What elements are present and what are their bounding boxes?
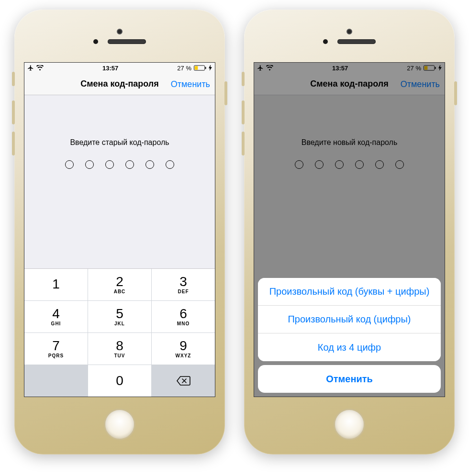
wifi-icon [36,65,44,71]
mute-switch [12,72,15,86]
airplane-mode-icon [257,65,264,71]
keypad-key-1[interactable]: 1 [24,269,88,300]
status-bar: 13:57 27 % [24,63,215,73]
keypad-key-0[interactable]: 0 [88,365,151,397]
nav-cancel-button[interactable]: Отменить [171,79,210,89]
battery-icon [424,65,436,71]
option-alphanumeric-code[interactable]: Произвольный код (буквы + цифры) [258,278,441,306]
option-4-digit-code[interactable]: Код из 4 цифр [258,333,441,361]
proximity-sensor [323,39,328,44]
top-sensors [14,29,225,44]
passcode-dot [335,160,344,169]
passcode-dot [105,160,114,169]
action-sheet-options: Произвольный код (буквы + цифры) Произво… [258,278,441,361]
numeric-keypad: 1 2ABC 3DEF 4GHI 5JKL 6MNO 7PQRS 8TUV 9W… [24,268,215,397]
front-camera [117,29,123,34]
passcode-dot [315,160,324,169]
nav-bar: Смена код-пароля Отменить [254,73,445,95]
svg-rect-4 [424,66,428,69]
nav-title: Смена код-пароля [80,79,159,89]
keypad-key-4[interactable]: 4GHI [24,301,88,332]
home-button[interactable] [104,409,135,440]
keypad-key-2[interactable]: 2ABC [88,269,151,300]
passcode-dot [65,160,74,169]
battery-percent: 27 % [177,65,191,72]
proximity-sensor [93,39,98,44]
passcode-options-action-sheet: Произвольный код (буквы + цифры) Произво… [258,278,441,393]
front-camera [346,29,352,34]
volume-down-button [12,132,15,155]
option-numeric-code[interactable]: Произвольный код (цифры) [258,306,441,333]
svg-rect-2 [205,67,206,69]
svg-rect-1 [195,66,198,69]
prompt-text: Введите новый код-пароль [302,138,398,147]
passcode-dot [395,160,404,169]
keypad-backspace[interactable] [152,365,215,397]
keypad-key-5[interactable]: 5JKL [88,301,151,332]
home-button[interactable] [334,409,365,440]
earpiece-speaker [337,39,376,44]
passcode-dot [145,160,154,169]
power-button [454,81,457,105]
action-sheet-cancel-button[interactable]: Отменить [258,365,441,393]
passcode-dot [166,160,174,169]
keypad-key-3[interactable]: 3DEF [152,269,215,300]
passcode-dots [295,160,404,169]
battery-icon [194,65,206,71]
status-time: 13:57 [332,65,348,72]
phone-right: 13:57 27 % Смена код-пароля Отменить Вве… [244,10,455,454]
phone-pair: 13:57 27 % Смена код-пароля Отменить [0,0,469,464]
charging-icon [209,65,212,71]
volume-down-button [242,132,245,155]
wifi-icon [266,65,273,71]
passcode-dots [65,160,174,169]
passcode-dot [125,160,134,169]
top-sensors [244,29,455,44]
screen-left: 13:57 27 % Смена код-пароля Отменить [24,62,215,397]
keypad-key-8[interactable]: 8TUV [88,333,151,365]
nav-bar: Смена код-пароля Отменить [24,73,215,95]
phone-left: 13:57 27 % Смена код-пароля Отменить [14,10,225,454]
passcode-dot [295,160,303,169]
status-time: 13:57 [102,65,118,72]
charging-icon [438,65,442,71]
nav-cancel-button[interactable]: Отменить [401,79,440,89]
keypad-key-9[interactable]: 9WXYZ [152,333,215,365]
volume-up-button [242,100,245,124]
backspace-icon [176,376,190,386]
passcode-dot [375,160,384,169]
passcode-prompt-area: Введите старый код-пароль [24,95,215,268]
power-button [224,81,227,105]
svg-rect-5 [435,67,436,69]
volume-up-button [12,100,15,124]
prompt-text: Введите старый код-пароль [70,138,169,147]
keypad-key-blank [24,365,88,397]
passcode-dot [85,160,94,169]
battery-percent: 27 % [407,65,421,72]
keypad-key-6[interactable]: 6MNO [152,301,215,332]
airplane-mode-icon [27,65,34,71]
nav-title: Смена код-пароля [310,79,389,89]
status-bar: 13:57 27 % [254,63,445,73]
earpiece-speaker [108,39,146,44]
screen-right: 13:57 27 % Смена код-пароля Отменить Вве… [254,62,445,397]
mute-switch [242,72,245,86]
passcode-dot [355,160,364,169]
keypad-key-7[interactable]: 7PQRS [24,333,88,365]
